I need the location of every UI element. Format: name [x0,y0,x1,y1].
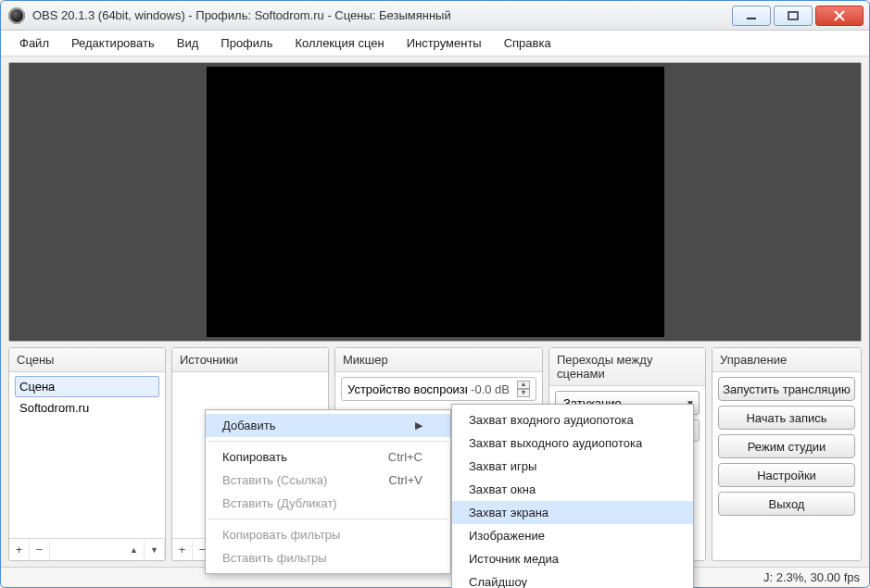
ctx-separator [208,441,448,442]
submenu-arrow-icon: ▶ [415,419,422,432]
settings-button[interactable]: Настройки [718,463,855,487]
ctx-paste-dup: Вставить (Дубликат) [206,492,450,515]
menu-edit[interactable]: Редактировать [62,32,164,54]
panel-transitions-title: Переходы между сценами [549,348,705,386]
scene-item[interactable]: Softodrom.ru [15,397,159,419]
obs-icon [8,7,25,24]
source-add-button[interactable]: + [172,540,193,560]
maximize-button[interactable] [774,6,813,26]
sources-context-menu: Добавить▶ КопироватьCtrl+C Вставить (Ссы… [205,409,451,574]
src-display-capture[interactable]: Захват экрана [452,501,693,524]
preview-canvas [207,67,664,337]
ctx-add[interactable]: Добавить▶ [206,414,450,437]
preview-area[interactable] [8,62,862,342]
status-text: J: 2.3%, 30.00 fps [763,570,860,584]
ctx-copy-filters: Копировать фильтры [206,523,450,546]
ctx-paste-filters: Вставить фильтры [206,546,450,569]
spinner-up-icon[interactable]: ▲ [517,381,530,389]
ctx-paste-ref: Вставить (Ссылка)Ctrl+V [206,469,450,492]
panel-scenes-title: Сцены [9,348,165,372]
panel-controls: Управление Запустить трансляцию Начать з… [712,347,862,561]
menu-profile[interactable]: Профиль [211,32,282,54]
menu-help[interactable]: Справка [495,32,561,54]
menu-tools[interactable]: Инструменты [397,32,491,54]
minimize-button[interactable] [732,6,771,26]
src-game-capture[interactable]: Захват игры [452,455,693,478]
src-audio-input[interactable]: Захват входного аудиопотока [452,408,693,432]
src-slideshow[interactable]: Слайдшоу [452,570,693,588]
ctx-copy[interactable]: КопироватьCtrl+C [206,445,450,469]
src-window-capture[interactable]: Захват окна [452,478,693,501]
menu-scene-collection[interactable]: Коллекция сцен [285,32,393,54]
studio-mode-button[interactable]: Режим студии [718,434,855,458]
menu-file[interactable]: Файл [10,32,58,54]
window-title: OBS 20.1.3 (64bit, windows) - Профиль: S… [32,8,729,22]
start-recording-button[interactable]: Начать запись [718,406,855,430]
menu-view[interactable]: Вид [168,32,208,54]
panel-mixer-title: Микшер [335,348,542,372]
scenes-toolbar: + − ▲ ▼ [9,538,165,560]
exit-button[interactable]: Выход [718,492,855,516]
scene-up-button[interactable]: ▲ [124,540,145,560]
src-image[interactable]: Изображение [452,524,693,547]
menubar: Файл Редактировать Вид Профиль Коллекция… [1,31,869,56]
spinner-down-icon[interactable]: ▼ [517,389,530,397]
mixer-device-name: Устройство воспроизведен [347,382,467,396]
scene-remove-button[interactable]: − [30,540,50,560]
close-button[interactable] [815,6,864,26]
panel-scenes: Сцены Сцена Softodrom.ru + − ▲ ▼ [8,347,166,561]
mixer-channel[interactable]: Устройство воспроизведен -0.0 dB ▲ ▼ [341,377,536,401]
src-media-source[interactable]: Источник медиа [452,547,693,570]
scene-item[interactable]: Сцена [15,376,159,397]
src-audio-output[interactable]: Захват выходного аудиопотока [452,432,693,455]
mixer-db-spinner[interactable]: ▲ ▼ [517,381,530,397]
svg-rect-1 [788,12,798,19]
titlebar: OBS 20.1.3 (64bit, windows) - Профиль: S… [1,1,869,31]
mixer-db-value: -0.0 dB [471,382,510,396]
start-streaming-button[interactable]: Запустить трансляцию [718,377,855,401]
add-source-submenu: Захват входного аудиопотока Захват выход… [451,404,694,588]
scene-add-button[interactable]: + [9,540,30,560]
panel-sources-title: Источники [172,348,328,372]
panel-controls-title: Управление [712,348,861,372]
ctx-separator [208,519,448,519]
scene-down-button[interactable]: ▼ [145,540,165,560]
